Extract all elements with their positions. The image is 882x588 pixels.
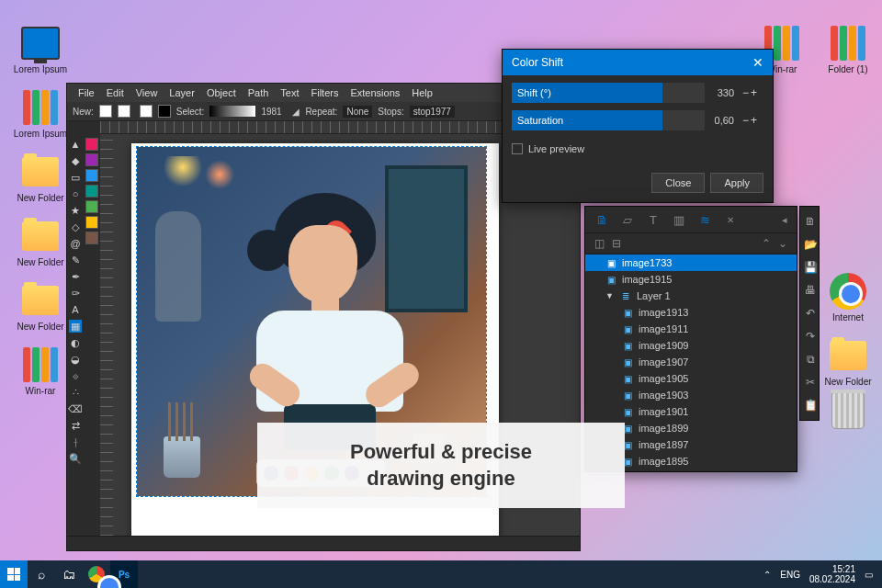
tab-text-icon[interactable]: T bbox=[646, 212, 661, 227]
select-tool[interactable]: ▲ bbox=[69, 138, 82, 151]
swatch-teal[interactable] bbox=[85, 185, 98, 198]
edit-gradient-icon[interactable]: ◢ bbox=[292, 107, 300, 117]
calligraphy-tool[interactable]: ✑ bbox=[69, 287, 82, 300]
list-item[interactable]: ▣image1733 bbox=[585, 254, 797, 271]
spray-tool[interactable]: ∴ bbox=[69, 386, 82, 399]
menu-path[interactable]: Path bbox=[243, 85, 275, 100]
list-item[interactable]: ▣image1901 bbox=[585, 403, 797, 420]
list-item[interactable]: ▣image1903 bbox=[585, 387, 797, 403]
desktop-icon-trash[interactable] bbox=[820, 391, 876, 430]
gradient-swatch[interactable] bbox=[209, 106, 255, 117]
fill-black-icon[interactable] bbox=[158, 105, 171, 118]
cut-icon[interactable]: ✂ bbox=[803, 375, 818, 390]
checkbox-icon[interactable] bbox=[512, 143, 523, 154]
close-button[interactable]: Close bbox=[651, 173, 705, 193]
menu-help[interactable]: Help bbox=[406, 85, 438, 100]
pencil-tool[interactable]: ✎ bbox=[69, 254, 82, 266]
taskbar-clock[interactable]: 15:21 08.02.2024 bbox=[809, 564, 855, 584]
tab-objects-icon[interactable]: ≋ bbox=[697, 212, 712, 227]
menu-view[interactable]: View bbox=[130, 85, 164, 100]
ruler-vertical[interactable] bbox=[100, 134, 113, 536]
menu-extensions[interactable]: Extensions bbox=[345, 85, 405, 100]
swatch-pink[interactable] bbox=[85, 138, 98, 151]
list-item[interactable]: ▣image1905 bbox=[585, 370, 797, 387]
new-doc-icon[interactable]: 🗎 bbox=[803, 214, 818, 229]
measure-tool[interactable]: ⟊ bbox=[69, 435, 82, 448]
move-down-icon[interactable]: ⌄ bbox=[778, 237, 787, 250]
add-layer-icon[interactable]: ◫ bbox=[594, 237, 605, 250]
menu-layer[interactable]: Layer bbox=[164, 85, 200, 100]
search-icon[interactable]: ⌕ bbox=[28, 560, 55, 588]
eraser-tool[interactable]: ⌫ bbox=[69, 402, 82, 415]
tab-close-icon[interactable]: ✕ bbox=[723, 212, 738, 227]
repeat-select[interactable]: None bbox=[343, 106, 372, 118]
menu-text[interactable]: Text bbox=[275, 85, 304, 100]
rect-tool[interactable]: ▭ bbox=[69, 171, 82, 184]
desktop-icon-folder1[interactable]: Folder (1) bbox=[820, 24, 876, 74]
start-button[interactable] bbox=[0, 560, 28, 588]
undo-icon[interactable]: ↶ bbox=[803, 306, 818, 321]
list-item[interactable]: ▣image1907 bbox=[585, 354, 797, 370]
swatch-green[interactable] bbox=[85, 200, 98, 213]
circle-tool[interactable]: ○ bbox=[69, 187, 82, 200]
zoom-tool[interactable]: 🔍 bbox=[69, 452, 82, 465]
open-icon[interactable]: 📂 bbox=[803, 237, 818, 252]
slider-track[interactable] bbox=[662, 83, 705, 103]
bucket-tool[interactable]: ◒ bbox=[69, 353, 82, 366]
desktop-icon-folder[interactable]: New Folder bbox=[13, 281, 68, 332]
stops-select[interactable]: stop1977 bbox=[410, 106, 455, 118]
desktop-icon-pc[interactable]: Lorem Ipsum bbox=[13, 24, 68, 74]
saturation-spinner[interactable]: −+ bbox=[738, 110, 763, 130]
taskbar-chrome-icon[interactable] bbox=[83, 560, 110, 588]
redo-icon[interactable]: ↷ bbox=[803, 329, 818, 344]
gradient-tool[interactable]: ▦ bbox=[69, 320, 82, 333]
delete-layer-icon[interactable]: ⊟ bbox=[612, 237, 621, 250]
swatch-amber[interactable] bbox=[85, 216, 98, 229]
desktop-icon-folder[interactable]: New Folder bbox=[820, 336, 876, 387]
dropper-tool[interactable]: ◐ bbox=[69, 336, 82, 349]
swatch-brown[interactable] bbox=[85, 232, 98, 244]
expand-icon[interactable]: ▼ bbox=[605, 291, 615, 300]
swatch-blue[interactable] bbox=[85, 169, 98, 182]
swatch-purple[interactable] bbox=[85, 153, 98, 166]
connector-tool[interactable]: ⇄ bbox=[69, 419, 82, 432]
menu-edit[interactable]: Edit bbox=[101, 85, 130, 100]
dialog-titlebar[interactable]: Color Shift ✕ bbox=[503, 50, 773, 75]
list-item[interactable]: ▣image1913 bbox=[585, 304, 797, 321]
paste-icon[interactable]: 📋 bbox=[803, 398, 818, 413]
apply-button[interactable]: Apply bbox=[710, 173, 763, 193]
tray-expand-icon[interactable]: ⌃ bbox=[763, 570, 771, 580]
desktop-icon-folder[interactable]: New Folder bbox=[13, 153, 68, 203]
fill-white-icon[interactable] bbox=[140, 105, 153, 118]
slider-track[interactable] bbox=[662, 110, 705, 130]
shift-spinner[interactable]: −+ bbox=[738, 83, 763, 103]
radial-gradient-icon[interactable] bbox=[118, 105, 130, 118]
saturation-slider-row[interactable]: Saturation 0,60 −+ bbox=[512, 110, 763, 130]
save-icon[interactable]: 💾 bbox=[803, 260, 818, 275]
spiral-tool[interactable]: @ bbox=[69, 237, 82, 250]
file-explorer-icon[interactable]: 🗂 bbox=[55, 560, 83, 588]
desktop-icon-folder[interactable]: New Folder bbox=[13, 217, 68, 267]
list-item[interactable]: ▣image1911 bbox=[585, 321, 797, 337]
shift-slider-row[interactable]: Shift (°) 330 −+ bbox=[512, 83, 763, 103]
list-item[interactable]: ▣image1909 bbox=[585, 337, 797, 354]
star-tool[interactable]: ★ bbox=[69, 204, 82, 217]
menu-file[interactable]: File bbox=[73, 85, 100, 100]
live-preview-row[interactable]: Live preview bbox=[512, 138, 763, 165]
language-indicator[interactable]: ENG bbox=[780, 570, 800, 580]
move-up-icon[interactable]: ⌃ bbox=[762, 237, 771, 250]
desktop-icon-winrar[interactable]: Win-rar bbox=[13, 345, 68, 396]
pen-tool[interactable]: ✒ bbox=[69, 270, 82, 283]
menu-filters[interactable]: Filters bbox=[306, 85, 345, 100]
notification-icon[interactable]: ▭ bbox=[865, 570, 873, 580]
close-icon[interactable]: ✕ bbox=[752, 55, 763, 70]
list-item[interactable]: ▼≣Layer 1 bbox=[585, 288, 797, 304]
list-item[interactable]: ▣image1915 bbox=[585, 271, 797, 288]
tweak-tool[interactable]: ⟐ bbox=[69, 369, 82, 382]
copy-icon[interactable]: ⧉ bbox=[803, 352, 818, 367]
menu-object[interactable]: Object bbox=[201, 85, 242, 100]
tab-document-icon[interactable]: 🗎 bbox=[594, 212, 609, 227]
panel-menu-icon[interactable]: ◂ bbox=[782, 214, 787, 226]
node-tool[interactable]: ◆ bbox=[69, 154, 82, 167]
text-tool[interactable]: A bbox=[69, 303, 82, 316]
